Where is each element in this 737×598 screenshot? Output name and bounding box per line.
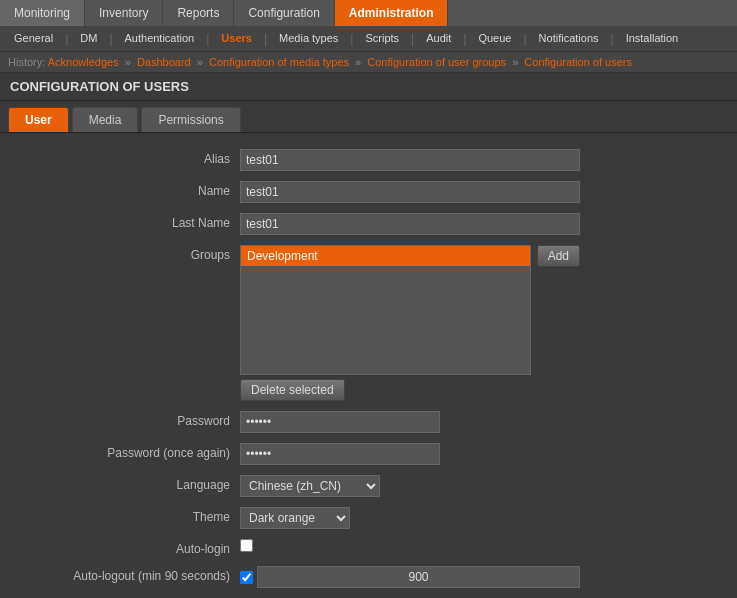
groups-label: Groups (0, 245, 240, 262)
language-row: Language Chinese (zh_CN) English (en_US) (0, 475, 737, 497)
theme-select[interactable]: Dark orange Classic Blue (240, 507, 350, 529)
breadcrumb-prefix: History: (8, 56, 45, 68)
alias-label: Alias (0, 149, 240, 166)
language-select[interactable]: Chinese (zh_CN) English (en_US) (240, 475, 380, 497)
breadcrumb-config-user-groups[interactable]: Configuration of user groups (367, 56, 506, 68)
nav-general[interactable]: General (4, 27, 63, 51)
nav-notifications[interactable]: Notifications (529, 27, 609, 51)
nav-scripts[interactable]: Scripts (355, 27, 409, 51)
sep3: | (204, 27, 211, 51)
theme-control: Dark orange Classic Blue (240, 507, 580, 529)
autologin-label: Auto-login (0, 539, 240, 556)
sep4: | (262, 27, 269, 51)
form-area: Alias Name Last Name Groups Development … (0, 133, 737, 598)
lastname-control (240, 213, 580, 235)
top-nav: Monitoring Inventory Reports Configurati… (0, 0, 737, 27)
password-once-row: Password (once again) (0, 443, 737, 465)
groups-control: Development Add Delete selected (240, 245, 580, 401)
tabs: User Media Permissions (0, 101, 737, 133)
groups-row: Groups Development Add Delete selected (0, 245, 737, 401)
autologout-inner (240, 566, 580, 588)
theme-row: Theme Dark orange Classic Blue (0, 507, 737, 529)
sep2: | (107, 27, 114, 51)
nav-inventory[interactable]: Inventory (85, 0, 163, 26)
password-once-control (240, 443, 580, 465)
breadcrumb: History: Acknowledges » Dashboard » Conf… (0, 52, 737, 73)
breadcrumb-acknowledges[interactable]: Acknowledges (48, 56, 119, 68)
autologout-checkbox[interactable] (240, 571, 253, 584)
alias-row: Alias (0, 149, 737, 171)
password-row: Password (0, 411, 737, 433)
page-title: CONFIGURATION OF USERS (0, 73, 737, 101)
password-label: Password (0, 411, 240, 428)
lastname-input[interactable] (240, 213, 580, 235)
autologout-label: Auto-logout (min 90 seconds) (0, 566, 240, 583)
group-item-development[interactable]: Development (241, 246, 530, 266)
password-once-input[interactable] (240, 443, 440, 465)
groups-container: Development Add (240, 245, 580, 375)
alias-input[interactable] (240, 149, 580, 171)
groups-add-button[interactable]: Add (537, 245, 580, 267)
breadcrumb-config-users[interactable]: Configuration of users (524, 56, 632, 68)
tab-permissions[interactable]: Permissions (141, 107, 240, 132)
sep6: | (409, 27, 416, 51)
name-control (240, 181, 580, 203)
alias-control (240, 149, 580, 171)
autologout-row: Auto-logout (min 90 seconds) (0, 566, 737, 588)
autologin-checkbox[interactable] (240, 539, 253, 552)
second-nav: General | DM | Authentication | Users | … (0, 27, 737, 52)
nav-audit[interactable]: Audit (416, 27, 461, 51)
name-input[interactable] (240, 181, 580, 203)
name-row: Name (0, 181, 737, 203)
password-input[interactable] (240, 411, 440, 433)
nav-monitoring[interactable]: Monitoring (0, 0, 85, 26)
sep9: | (609, 27, 616, 51)
nav-installation[interactable]: Installation (616, 27, 689, 51)
password-control (240, 411, 580, 433)
tab-user[interactable]: User (8, 107, 69, 132)
breadcrumb-config-media-types[interactable]: Configuration of media types (209, 56, 349, 68)
theme-label: Theme (0, 507, 240, 524)
password-once-label: Password (once again) (0, 443, 240, 460)
nav-configuration[interactable]: Configuration (234, 0, 334, 26)
sep5: | (348, 27, 355, 51)
autologout-value[interactable] (257, 566, 580, 588)
nav-queue[interactable]: Queue (468, 27, 521, 51)
autologout-control (240, 566, 580, 588)
nav-users[interactable]: Users (211, 27, 262, 51)
lastname-row: Last Name (0, 213, 737, 235)
language-control: Chinese (zh_CN) English (en_US) (240, 475, 580, 497)
language-label: Language (0, 475, 240, 492)
groups-list[interactable]: Development (240, 245, 531, 375)
breadcrumb-dashboard[interactable]: Dashboard (137, 56, 191, 68)
autologin-row: Auto-login (0, 539, 737, 556)
lastname-label: Last Name (0, 213, 240, 230)
sep8: | (521, 27, 528, 51)
nav-administration[interactable]: Administration (335, 0, 449, 26)
delete-selected-button[interactable]: Delete selected (240, 379, 345, 401)
nav-reports[interactable]: Reports (163, 0, 234, 26)
nav-dm[interactable]: DM (70, 27, 107, 51)
nav-media-types[interactable]: Media types (269, 27, 348, 51)
name-label: Name (0, 181, 240, 198)
autologin-control (240, 539, 580, 555)
tab-media[interactable]: Media (72, 107, 139, 132)
nav-authentication[interactable]: Authentication (115, 27, 205, 51)
sep1: | (63, 27, 70, 51)
sep7: | (461, 27, 468, 51)
